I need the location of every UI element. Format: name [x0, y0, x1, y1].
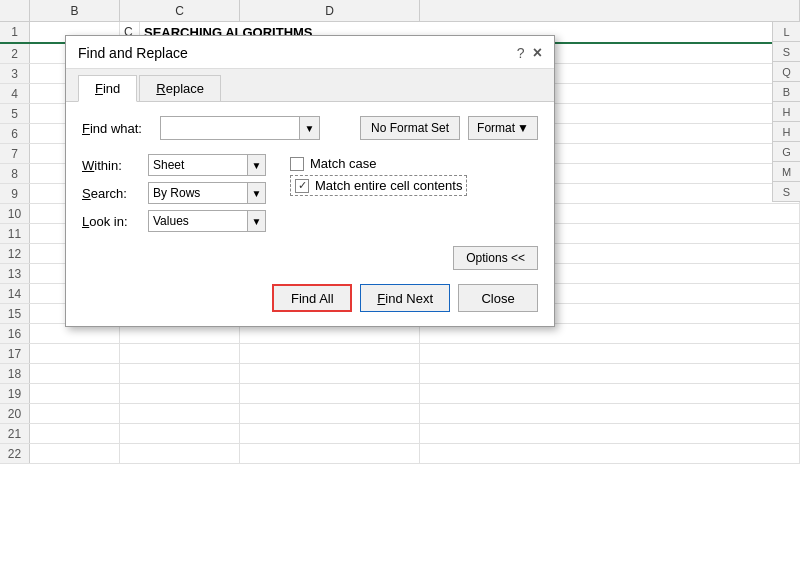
table-row: 21 [0, 424, 800, 444]
options-btn-row: Options << [82, 246, 538, 270]
row-num-1: 1 [0, 22, 30, 42]
options-left: Within: Sheet Workbook ▼ Search: [82, 154, 266, 232]
right-letter-7: G [772, 142, 800, 162]
within-select[interactable]: Sheet Workbook [148, 154, 248, 176]
close-button[interactable]: Close [458, 284, 538, 312]
no-format-button[interactable]: No Format Set [360, 116, 460, 140]
close-icon[interactable]: × [533, 44, 542, 62]
table-row: 16 [0, 324, 800, 344]
find-input-container: ▼ [160, 116, 352, 140]
search-select-arrow[interactable]: ▼ [248, 182, 266, 204]
match-entire-label: Match entire cell contents [315, 178, 462, 193]
options-button[interactable]: Options << [453, 246, 538, 270]
match-case-row: Match case [290, 156, 467, 171]
table-row: 17 [0, 344, 800, 364]
dialog-tabs: Find Replace [66, 69, 554, 101]
find-input[interactable] [160, 116, 300, 140]
search-select[interactable]: By Rows By Columns [148, 182, 248, 204]
options-section: Within: Sheet Workbook ▼ Search: [82, 154, 538, 232]
column-headers: B C D [0, 0, 800, 22]
right-letter-8: M [772, 162, 800, 182]
format-button[interactable]: Format ▼ [468, 116, 538, 140]
search-row: Search: By Rows By Columns ▼ [82, 182, 266, 204]
col-header-empty [0, 0, 30, 21]
col-header-d: D [240, 0, 420, 21]
table-row: 20 [0, 404, 800, 424]
find-next-button[interactable]: Find Next [360, 284, 450, 312]
search-select-container: By Rows By Columns ▼ [148, 182, 266, 204]
format-btn-arrow: ▼ [517, 121, 529, 135]
help-icon[interactable]: ? [517, 45, 525, 61]
right-letter-3: Q [772, 62, 800, 82]
match-case-checkbox[interactable] [290, 157, 304, 171]
match-entire-row: ✓ Match entire cell contents [290, 175, 467, 196]
look-in-select-arrow[interactable]: ▼ [248, 210, 266, 232]
right-letter-9: S [772, 182, 800, 202]
look-in-row: Look in: Values Formulas Comments ▼ [82, 210, 266, 232]
action-buttons-row: Find All Find Next Close [82, 284, 538, 312]
table-row: 19 [0, 384, 800, 404]
titlebar-controls: ? × [517, 44, 542, 62]
find-what-label: Find what: [82, 121, 152, 136]
table-row: 22 [0, 444, 800, 464]
find-replace-dialog: Find and Replace ? × Find Replace Find w… [65, 35, 555, 327]
dialog-title: Find and Replace [78, 45, 188, 61]
within-select-arrow[interactable]: ▼ [248, 154, 266, 176]
within-select-container: Sheet Workbook ▼ [148, 154, 266, 176]
look-in-label: Look in: [82, 214, 140, 229]
find-dropdown-button[interactable]: ▼ [300, 116, 320, 140]
within-row: Within: Sheet Workbook ▼ [82, 154, 266, 176]
look-in-select[interactable]: Values Formulas Comments [148, 210, 248, 232]
match-case-label: Match case [310, 156, 376, 171]
tab-find[interactable]: Find [78, 75, 137, 102]
match-entire-border: ✓ Match entire cell contents [290, 175, 467, 196]
col-header-c: C [120, 0, 240, 21]
search-label: Search: [82, 186, 140, 201]
tab-replace[interactable]: Replace [139, 75, 221, 101]
format-btn-label: Format [477, 121, 515, 135]
find-all-button[interactable]: Find All [272, 284, 352, 312]
dialog-titlebar: Find and Replace ? × [66, 36, 554, 69]
find-what-row: Find what: ▼ No Format Set Format ▼ [82, 116, 538, 140]
col-header-b: B [30, 0, 120, 21]
within-label: Within: [82, 158, 140, 173]
look-in-select-container: Values Formulas Comments ▼ [148, 210, 266, 232]
col-header-e [420, 0, 800, 21]
right-letter-4: B [772, 82, 800, 102]
match-entire-checkbox[interactable]: ✓ [295, 179, 309, 193]
right-letter-5: H [772, 102, 800, 122]
dialog-body: Find what: ▼ No Format Set Format ▼ With… [66, 101, 554, 326]
table-row: 18 [0, 364, 800, 384]
right-letter-6: H [772, 122, 800, 142]
checkboxes-area: Match case ✓ Match entire cell contents [290, 154, 467, 232]
right-letter-2: S [772, 42, 800, 62]
right-column-letters: L S Q B H H G M S [772, 22, 800, 202]
right-letter-1: L [772, 22, 800, 42]
